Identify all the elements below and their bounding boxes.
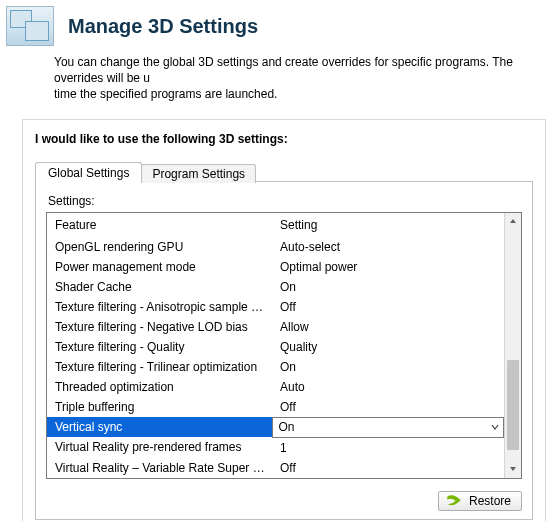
settings-row-feature: Triple buffering <box>47 397 272 418</box>
panel-legend: I would like to use the following 3D set… <box>35 132 533 146</box>
settings-row-value: On <box>279 420 295 434</box>
settings-row-value-dropdown[interactable]: On <box>272 417 504 437</box>
tabpage-global-settings: Settings: Feature Setting OpenGL renderi… <box>35 181 533 520</box>
settings-grid-viewport[interactable]: Feature Setting OpenGL rendering GPUAuto… <box>47 213 504 478</box>
intro-text: You can change the global 3D settings an… <box>0 50 549 115</box>
settings-row-feature: Vertical sync <box>47 417 272 437</box>
settings-row-value: 1 <box>272 437 504 458</box>
chevron-down-icon <box>509 465 517 473</box>
restore-button-wrap: Restore <box>438 491 522 511</box>
settings-row-value: Auto <box>272 377 504 397</box>
nvidia-logo-icon <box>445 494 463 508</box>
page-header: Manage 3D Settings <box>0 0 549 50</box>
settings-row[interactable]: Power management modeOptimal power <box>47 257 504 277</box>
settings-row-feature: Power management mode <box>47 257 272 277</box>
settings-row-feature: Virtual Reality – Variable Rate Super Sa… <box>47 458 272 478</box>
settings-row-value: Off <box>272 458 504 478</box>
settings-row-feature: Virtual Reality pre-rendered frames <box>47 437 272 458</box>
restore-button[interactable]: Restore <box>438 491 522 511</box>
settings-row-feature: Texture filtering - Quality <box>47 337 272 357</box>
settings-row-feature: Threaded optimization <box>47 377 272 397</box>
tab-global-settings-label: Global Settings <box>48 166 129 180</box>
settings-row-feature: Texture filtering - Trilinear optimizati… <box>47 357 272 377</box>
restore-button-label: Restore <box>469 494 511 508</box>
tab-program-settings-label: Program Settings <box>152 167 245 181</box>
settings-row[interactable]: Threaded optimizationAuto <box>47 377 504 397</box>
scroll-up-button[interactable] <box>505 213 521 230</box>
settings-grid: Feature Setting OpenGL rendering GPUAuto… <box>46 212 522 479</box>
page-title: Manage 3D Settings <box>68 15 258 38</box>
settings-row[interactable]: Texture filtering - Negative LOD biasAll… <box>47 317 504 337</box>
settings-row-value: Auto-select <box>272 237 504 257</box>
settings-row-value: Quality <box>272 337 504 357</box>
settings-row-value: Off <box>272 297 504 317</box>
settings-row[interactable]: Texture filtering - Anisotropic sample o… <box>47 297 504 317</box>
settings-row-value: Optimal power <box>272 257 504 277</box>
settings-row-value: On <box>272 277 504 297</box>
tab-program-settings[interactable]: Program Settings <box>141 164 256 183</box>
settings-row[interactable]: Virtual Reality – Variable Rate Super Sa… <box>47 458 504 478</box>
settings-panel: I would like to use the following 3D set… <box>22 119 546 521</box>
settings-row-feature: Shader Cache <box>47 277 272 297</box>
settings-row[interactable]: Shader CacheOn <box>47 277 504 297</box>
scrollbar-track[interactable] <box>505 230 521 461</box>
settings-row[interactable]: Texture filtering - QualityQuality <box>47 337 504 357</box>
settings-row-feature: OpenGL rendering GPU <box>47 237 272 257</box>
settings-row[interactable]: Triple bufferingOff <box>47 397 504 418</box>
header-3d-settings-icon <box>6 6 54 46</box>
settings-row-value: Off <box>272 397 504 418</box>
settings-row[interactable]: Texture filtering - Trilinear optimizati… <box>47 357 504 377</box>
chevron-down-icon <box>490 422 500 432</box>
settings-row-feature: Texture filtering - Negative LOD bias <box>47 317 272 337</box>
scrollbar-thumb[interactable] <box>507 360 519 450</box>
settings-row[interactable]: OpenGL rendering GPUAuto-select <box>47 237 504 257</box>
settings-label: Settings: <box>48 194 522 208</box>
settings-row-value: Allow <box>272 317 504 337</box>
settings-row[interactable]: Virtual Reality pre-rendered frames1 <box>47 437 504 458</box>
settings-row-feature: Texture filtering - Anisotropic sample o… <box>47 297 272 317</box>
settings-row[interactable]: Vertical syncOn <box>47 417 504 437</box>
settings-column-headers: Feature Setting <box>47 213 504 237</box>
column-header-feature: Feature <box>47 213 272 237</box>
scroll-down-button[interactable] <box>505 461 521 478</box>
column-header-setting: Setting <box>272 213 504 237</box>
chevron-up-icon <box>509 217 517 225</box>
tabstrip: Global Settings Program Settings <box>35 160 533 182</box>
settings-row-value: On <box>272 357 504 377</box>
tab-global-settings[interactable]: Global Settings <box>35 162 142 183</box>
settings-scrollbar[interactable] <box>504 213 521 478</box>
